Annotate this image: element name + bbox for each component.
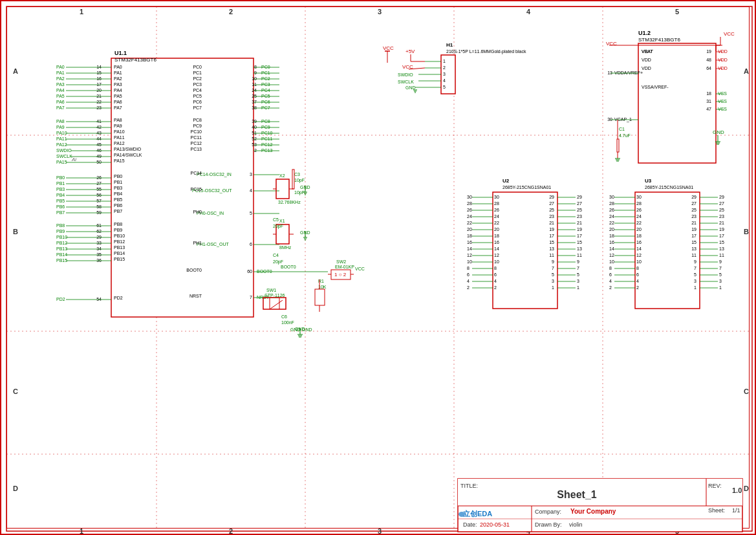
svg-text:13: 13 (607, 71, 612, 75)
svg-text:15: 15 (691, 240, 697, 245)
svg-text:49: 49 (96, 154, 102, 158)
svg-text:PA4: PA4 (114, 88, 122, 93)
svg-rect-458 (635, 192, 700, 309)
svg-text:3: 3 (694, 279, 697, 283)
svg-text:16: 16 (494, 240, 499, 245)
svg-text:Drawn By:: Drawn By: (535, 521, 562, 528)
svg-text:3: 3 (719, 279, 722, 283)
svg-text:53: 53 (252, 142, 257, 147)
svg-text:5: 5 (577, 272, 579, 277)
svg-text:VCC: VCC (383, 45, 394, 51)
svg-text:18: 18 (706, 91, 711, 96)
svg-text:PC10: PC10 (261, 131, 273, 135)
svg-text:64: 64 (706, 66, 711, 71)
svg-text:PA8: PA8 (114, 118, 122, 122)
svg-text:C5: C5 (273, 217, 279, 222)
svg-text:PA7: PA7 (114, 105, 122, 110)
svg-text:PC13: PC13 (190, 147, 202, 151)
svg-text:11: 11 (577, 253, 582, 257)
svg-text:VSSA/VREF-: VSSA/VREF- (642, 85, 669, 89)
svg-text:14: 14 (609, 246, 614, 251)
svg-text:28: 28 (494, 201, 499, 206)
svg-text:16: 16 (636, 240, 642, 245)
svg-text:43: 43 (96, 131, 102, 135)
svg-text:PA1: PA1 (56, 71, 65, 75)
svg-text:19: 19 (706, 49, 711, 54)
svg-text:PB4: PB4 (114, 191, 122, 196)
svg-text:18: 18 (467, 234, 472, 238)
svg-text:39: 39 (252, 119, 257, 124)
svg-text:30: 30 (467, 195, 472, 199)
svg-text:X2: X2 (279, 173, 285, 178)
svg-text:GND: GND (405, 85, 416, 90)
svg-text:2: 2 (229, 527, 233, 535)
svg-text:PC1: PC1 (193, 71, 202, 75)
svg-text:4.7uF: 4.7uF (619, 133, 631, 138)
svg-text:2685Y-215CNG1SNA01: 2685Y-215CNG1SNA01 (645, 185, 693, 190)
svg-text:PC13: PC13 (261, 148, 273, 153)
svg-text:23: 23 (577, 214, 582, 219)
svg-text:210S-1*5P L=11.6MMGold-plated : 210S-1*5P L=11.6MMGold-plated black (446, 49, 526, 54)
svg-text:32.768KHz: 32.768KHz (278, 200, 301, 204)
svg-text:PA3: PA3 (56, 82, 65, 87)
svg-text:33: 33 (96, 241, 102, 245)
svg-text:STM32F413BGT6: STM32F413BGT6 (114, 57, 157, 63)
svg-text:40: 40 (252, 125, 257, 129)
svg-text:46: 46 (96, 148, 102, 153)
svg-text:PB6: PB6 (56, 204, 65, 209)
svg-text:36: 36 (96, 258, 102, 263)
svg-text:27: 27 (549, 201, 554, 206)
svg-text:16: 16 (467, 240, 472, 245)
svg-text:1: 1 (577, 285, 579, 290)
svg-text:2: 2 (254, 148, 257, 153)
svg-text:1/1: 1/1 (732, 507, 740, 514)
svg-text:20pF: 20pF (273, 224, 283, 229)
svg-text:5: 5 (443, 85, 446, 89)
svg-text:A: A (744, 67, 749, 75)
svg-text:59: 59 (96, 210, 102, 215)
svg-text:PC12: PC12 (190, 141, 202, 146)
svg-text:U3: U3 (645, 178, 652, 184)
svg-text:55: 55 (96, 187, 102, 191)
svg-text:26: 26 (609, 208, 614, 212)
svg-text:20pF: 20pF (273, 259, 283, 265)
svg-text:61: 61 (96, 223, 102, 228)
svg-text:PC9: PC9 (261, 125, 270, 129)
svg-text:28: 28 (609, 201, 614, 206)
svg-text:BOOT0: BOOT0 (186, 268, 202, 272)
svg-text:PA10: PA10 (114, 129, 125, 134)
svg-text:8: 8 (609, 266, 612, 270)
svg-text:U1.2: U1.2 (638, 30, 651, 36)
svg-text:C: C (744, 388, 749, 395)
svg-text:PA12: PA12 (56, 142, 67, 147)
svg-text:16: 16 (96, 76, 102, 81)
svg-text:立创EDA: 立创EDA (463, 510, 492, 518)
svg-text:PA8: PA8 (56, 119, 65, 124)
svg-text:PA11: PA11 (114, 135, 125, 140)
svg-text:PB5: PB5 (114, 197, 122, 202)
svg-text:14: 14 (636, 246, 642, 251)
svg-text:14: 14 (494, 246, 499, 251)
svg-text:10: 10 (252, 76, 257, 81)
svg-text:R1: R1 (318, 279, 324, 283)
svg-text:PC0: PC0 (193, 65, 202, 69)
svg-text:11: 11 (719, 253, 724, 257)
svg-text:VSS: VSS (718, 91, 727, 96)
svg-text:3: 3 (577, 279, 579, 283)
svg-rect-355 (617, 139, 619, 152)
svg-text:17: 17 (691, 234, 697, 238)
svg-text:25: 25 (691, 208, 697, 212)
svg-text:PB4: PB4 (56, 193, 65, 197)
svg-text:Company:: Company: (535, 508, 561, 515)
svg-text:SW1: SW1 (266, 288, 276, 292)
svg-text:8: 8 (254, 65, 257, 69)
svg-text:9: 9 (552, 259, 554, 264)
svg-text:PB7: PB7 (114, 209, 122, 213)
svg-text:PC1: PC1 (261, 71, 270, 75)
svg-text:5: 5 (719, 272, 722, 277)
svg-text:PB1: PB1 (114, 180, 122, 184)
svg-text:PC15: PC15 (190, 187, 202, 191)
svg-text:52: 52 (252, 136, 257, 141)
svg-text:25: 25 (719, 208, 724, 212)
svg-text:21: 21 (691, 221, 697, 225)
